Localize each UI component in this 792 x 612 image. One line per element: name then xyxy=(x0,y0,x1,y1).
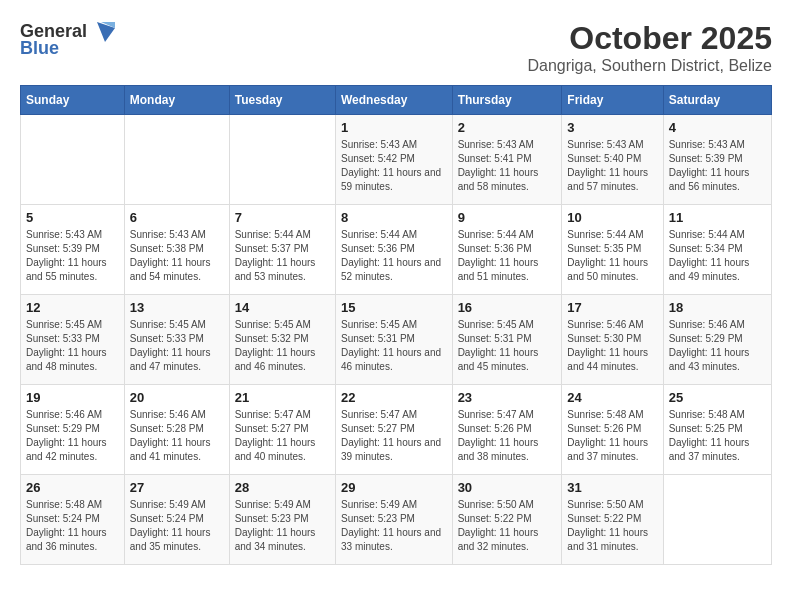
day-info: Sunrise: 5:45 AMSunset: 5:31 PMDaylight:… xyxy=(458,318,557,374)
day-info: Sunrise: 5:44 AMSunset: 5:34 PMDaylight:… xyxy=(669,228,766,284)
calendar-cell: 9Sunrise: 5:44 AMSunset: 5:36 PMDaylight… xyxy=(452,205,562,295)
day-info: Sunrise: 5:43 AMSunset: 5:39 PMDaylight:… xyxy=(669,138,766,194)
calendar-cell xyxy=(124,115,229,205)
day-number: 27 xyxy=(130,480,224,495)
calendar-cell: 30Sunrise: 5:50 AMSunset: 5:22 PMDayligh… xyxy=(452,475,562,565)
calendar-cell: 21Sunrise: 5:47 AMSunset: 5:27 PMDayligh… xyxy=(229,385,335,475)
calendar-cell: 17Sunrise: 5:46 AMSunset: 5:30 PMDayligh… xyxy=(562,295,663,385)
calendar-cell: 14Sunrise: 5:45 AMSunset: 5:32 PMDayligh… xyxy=(229,295,335,385)
calendar-cell xyxy=(21,115,125,205)
calendar-cell: 18Sunrise: 5:46 AMSunset: 5:29 PMDayligh… xyxy=(663,295,771,385)
day-number: 25 xyxy=(669,390,766,405)
calendar-cell: 6Sunrise: 5:43 AMSunset: 5:38 PMDaylight… xyxy=(124,205,229,295)
day-info: Sunrise: 5:45 AMSunset: 5:33 PMDaylight:… xyxy=(26,318,119,374)
day-info: Sunrise: 5:43 AMSunset: 5:38 PMDaylight:… xyxy=(130,228,224,284)
day-info: Sunrise: 5:46 AMSunset: 5:29 PMDaylight:… xyxy=(26,408,119,464)
day-number: 5 xyxy=(26,210,119,225)
page-header: General Blue October 2025 Dangriga, Sout… xyxy=(20,20,772,75)
day-number: 7 xyxy=(235,210,330,225)
header-tuesday: Tuesday xyxy=(229,86,335,115)
calendar-week-row: 12Sunrise: 5:45 AMSunset: 5:33 PMDayligh… xyxy=(21,295,772,385)
day-info: Sunrise: 5:48 AMSunset: 5:26 PMDaylight:… xyxy=(567,408,657,464)
calendar-cell: 1Sunrise: 5:43 AMSunset: 5:42 PMDaylight… xyxy=(335,115,452,205)
month-title: October 2025 xyxy=(527,20,772,57)
day-number: 24 xyxy=(567,390,657,405)
day-info: Sunrise: 5:47 AMSunset: 5:27 PMDaylight:… xyxy=(341,408,447,464)
calendar-cell: 16Sunrise: 5:45 AMSunset: 5:31 PMDayligh… xyxy=(452,295,562,385)
day-info: Sunrise: 5:50 AMSunset: 5:22 PMDaylight:… xyxy=(567,498,657,554)
day-info: Sunrise: 5:43 AMSunset: 5:40 PMDaylight:… xyxy=(567,138,657,194)
day-number: 28 xyxy=(235,480,330,495)
day-number: 16 xyxy=(458,300,557,315)
day-info: Sunrise: 5:49 AMSunset: 5:24 PMDaylight:… xyxy=(130,498,224,554)
day-number: 13 xyxy=(130,300,224,315)
calendar-cell: 15Sunrise: 5:45 AMSunset: 5:31 PMDayligh… xyxy=(335,295,452,385)
day-info: Sunrise: 5:49 AMSunset: 5:23 PMDaylight:… xyxy=(235,498,330,554)
day-number: 1 xyxy=(341,120,447,135)
day-number: 12 xyxy=(26,300,119,315)
title-section: October 2025 Dangriga, Southern District… xyxy=(527,20,772,75)
logo: General Blue xyxy=(20,20,115,59)
day-info: Sunrise: 5:47 AMSunset: 5:27 PMDaylight:… xyxy=(235,408,330,464)
day-number: 4 xyxy=(669,120,766,135)
day-info: Sunrise: 5:48 AMSunset: 5:24 PMDaylight:… xyxy=(26,498,119,554)
header-monday: Monday xyxy=(124,86,229,115)
day-number: 30 xyxy=(458,480,557,495)
day-number: 9 xyxy=(458,210,557,225)
day-number: 6 xyxy=(130,210,224,225)
calendar-week-row: 5Sunrise: 5:43 AMSunset: 5:39 PMDaylight… xyxy=(21,205,772,295)
location-title: Dangriga, Southern District, Belize xyxy=(527,57,772,75)
calendar-week-row: 1Sunrise: 5:43 AMSunset: 5:42 PMDaylight… xyxy=(21,115,772,205)
calendar-cell: 24Sunrise: 5:48 AMSunset: 5:26 PMDayligh… xyxy=(562,385,663,475)
calendar-week-row: 26Sunrise: 5:48 AMSunset: 5:24 PMDayligh… xyxy=(21,475,772,565)
day-info: Sunrise: 5:47 AMSunset: 5:26 PMDaylight:… xyxy=(458,408,557,464)
day-number: 18 xyxy=(669,300,766,315)
logo-blue: Blue xyxy=(20,38,59,59)
day-info: Sunrise: 5:48 AMSunset: 5:25 PMDaylight:… xyxy=(669,408,766,464)
day-number: 19 xyxy=(26,390,119,405)
day-info: Sunrise: 5:50 AMSunset: 5:22 PMDaylight:… xyxy=(458,498,557,554)
day-info: Sunrise: 5:46 AMSunset: 5:29 PMDaylight:… xyxy=(669,318,766,374)
header-friday: Friday xyxy=(562,86,663,115)
day-number: 17 xyxy=(567,300,657,315)
header-sunday: Sunday xyxy=(21,86,125,115)
calendar-cell: 29Sunrise: 5:49 AMSunset: 5:23 PMDayligh… xyxy=(335,475,452,565)
calendar-cell: 26Sunrise: 5:48 AMSunset: 5:24 PMDayligh… xyxy=(21,475,125,565)
calendar-cell: 8Sunrise: 5:44 AMSunset: 5:36 PMDaylight… xyxy=(335,205,452,295)
calendar-cell: 5Sunrise: 5:43 AMSunset: 5:39 PMDaylight… xyxy=(21,205,125,295)
day-number: 11 xyxy=(669,210,766,225)
calendar-cell: 20Sunrise: 5:46 AMSunset: 5:28 PMDayligh… xyxy=(124,385,229,475)
calendar-cell: 10Sunrise: 5:44 AMSunset: 5:35 PMDayligh… xyxy=(562,205,663,295)
logo-icon xyxy=(87,20,115,42)
day-info: Sunrise: 5:43 AMSunset: 5:42 PMDaylight:… xyxy=(341,138,447,194)
calendar-cell: 22Sunrise: 5:47 AMSunset: 5:27 PMDayligh… xyxy=(335,385,452,475)
calendar-cell: 28Sunrise: 5:49 AMSunset: 5:23 PMDayligh… xyxy=(229,475,335,565)
calendar-cell: 25Sunrise: 5:48 AMSunset: 5:25 PMDayligh… xyxy=(663,385,771,475)
calendar-cell: 13Sunrise: 5:45 AMSunset: 5:33 PMDayligh… xyxy=(124,295,229,385)
header-wednesday: Wednesday xyxy=(335,86,452,115)
day-number: 2 xyxy=(458,120,557,135)
calendar-cell: 23Sunrise: 5:47 AMSunset: 5:26 PMDayligh… xyxy=(452,385,562,475)
day-number: 29 xyxy=(341,480,447,495)
calendar-cell: 7Sunrise: 5:44 AMSunset: 5:37 PMDaylight… xyxy=(229,205,335,295)
calendar-cell xyxy=(229,115,335,205)
calendar-week-row: 19Sunrise: 5:46 AMSunset: 5:29 PMDayligh… xyxy=(21,385,772,475)
day-number: 22 xyxy=(341,390,447,405)
day-number: 10 xyxy=(567,210,657,225)
day-info: Sunrise: 5:44 AMSunset: 5:36 PMDaylight:… xyxy=(341,228,447,284)
day-info: Sunrise: 5:46 AMSunset: 5:30 PMDaylight:… xyxy=(567,318,657,374)
calendar-cell: 12Sunrise: 5:45 AMSunset: 5:33 PMDayligh… xyxy=(21,295,125,385)
day-number: 23 xyxy=(458,390,557,405)
day-number: 8 xyxy=(341,210,447,225)
day-info: Sunrise: 5:43 AMSunset: 5:41 PMDaylight:… xyxy=(458,138,557,194)
day-number: 15 xyxy=(341,300,447,315)
day-info: Sunrise: 5:46 AMSunset: 5:28 PMDaylight:… xyxy=(130,408,224,464)
day-info: Sunrise: 5:44 AMSunset: 5:36 PMDaylight:… xyxy=(458,228,557,284)
calendar-cell: 2Sunrise: 5:43 AMSunset: 5:41 PMDaylight… xyxy=(452,115,562,205)
calendar-header-row: SundayMondayTuesdayWednesdayThursdayFrid… xyxy=(21,86,772,115)
day-info: Sunrise: 5:44 AMSunset: 5:35 PMDaylight:… xyxy=(567,228,657,284)
day-number: 3 xyxy=(567,120,657,135)
day-number: 26 xyxy=(26,480,119,495)
header-thursday: Thursday xyxy=(452,86,562,115)
day-info: Sunrise: 5:49 AMSunset: 5:23 PMDaylight:… xyxy=(341,498,447,554)
